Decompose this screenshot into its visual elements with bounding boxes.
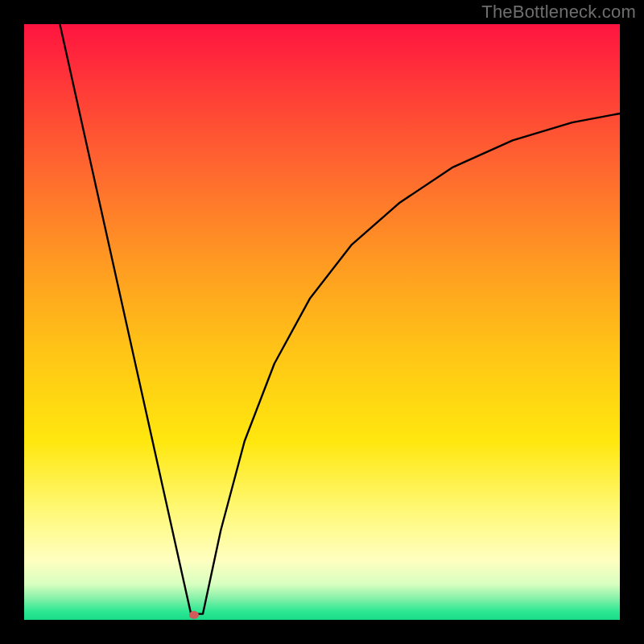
chart-container: TheBottleneck.com xyxy=(0,0,644,644)
watermark-text: TheBottleneck.com xyxy=(481,2,636,23)
gradient-background xyxy=(24,24,620,620)
bottleneck-chart xyxy=(0,0,644,644)
minimum-marker xyxy=(189,611,199,619)
